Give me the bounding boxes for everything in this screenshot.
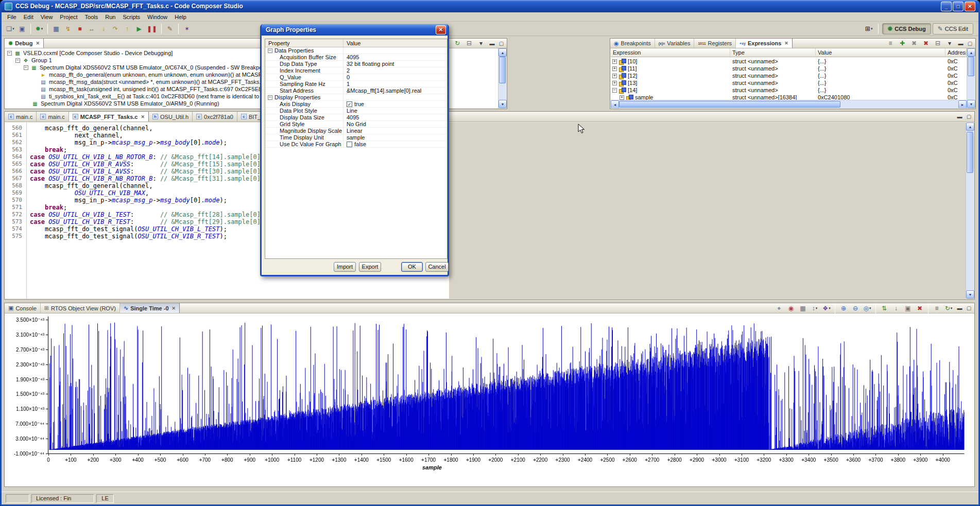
title-bar[interactable]: CCS Debug - MCASP_DSP/src/MCASP_FFT_Task… bbox=[2, 0, 978, 12]
scroll-left-icon[interactable]: ◄ bbox=[611, 100, 619, 108]
zoom-in-icon[interactable]: ⊕ bbox=[838, 303, 849, 314]
property-row-axis-display[interactable]: Axis Display✓true bbox=[265, 101, 447, 108]
zoom-fit-icon[interactable]: ◎▾ bbox=[862, 303, 873, 314]
editor-tab-osu-util-h[interactable]: hOSU_Util.h bbox=[149, 112, 193, 121]
collapse-icon[interactable]: − bbox=[24, 65, 28, 70]
step-return-icon[interactable]: ↑ bbox=[122, 23, 133, 34]
scrollbar-thumb[interactable] bbox=[968, 57, 974, 76]
zoom-out-icon[interactable]: ⊖ bbox=[850, 303, 861, 314]
property-row-data-properties[interactable]: −Data Properties bbox=[265, 47, 447, 54]
expression-row[interactable]: +[11]struct <unnamed>{...}0xC bbox=[611, 65, 967, 72]
terminate-icon[interactable]: ■ bbox=[74, 23, 85, 34]
expand-icon[interactable]: + bbox=[612, 74, 617, 78]
expression-row[interactable]: +samplestruct <unnamed>[16384]0xC2401080… bbox=[611, 94, 967, 100]
collapse-icon[interactable]: − bbox=[612, 88, 617, 93]
cancel-button[interactable]: Cancel bbox=[425, 262, 449, 272]
dialog-title-bar[interactable]: Graph Properties ✕ bbox=[262, 24, 448, 36]
collapse-icon[interactable]: − bbox=[268, 48, 272, 53]
minimize-icon[interactable]: _ bbox=[941, 2, 952, 11]
column-header-expression[interactable]: Expression bbox=[611, 48, 730, 57]
column-header-value[interactable]: Value bbox=[816, 48, 945, 57]
connect-target-icon[interactable]: ↔ bbox=[86, 23, 97, 34]
scrollbar-thumb[interactable] bbox=[619, 101, 840, 108]
maximize-view-icon[interactable]: ▢ bbox=[497, 39, 506, 47]
property-value-cell[interactable]: Linear bbox=[343, 128, 447, 134]
expand-icon[interactable]: + bbox=[612, 81, 617, 85]
highlight-icon[interactable]: ✎ bbox=[164, 23, 176, 34]
property-value-cell[interactable]: sample bbox=[343, 134, 447, 141]
tab-breakpoints[interactable]: ◉Breakpoints bbox=[610, 39, 655, 48]
scrollbar-track[interactable] bbox=[498, 57, 506, 100]
editor-scrollbar[interactable]: ▲▼ bbox=[966, 123, 974, 299]
property-value-cell[interactable]: &Mcasp_fft[14].sample[0].real bbox=[343, 88, 447, 94]
column-header-property[interactable]: Property bbox=[265, 39, 343, 47]
close-icon[interactable]: ✕ bbox=[36, 41, 40, 46]
minimize-view-icon[interactable]: ▬ bbox=[955, 113, 964, 121]
scrollbar-track[interactable] bbox=[966, 131, 974, 290]
property-value-cell[interactable]: false bbox=[343, 141, 447, 147]
property-row-display-properties[interactable]: −Display Properties bbox=[265, 94, 447, 101]
property-row-grid-style[interactable]: Grid StyleNo Grid bbox=[265, 121, 447, 128]
clear-graph-icon[interactable]: ✖ bbox=[914, 303, 925, 314]
property-value-cell[interactable]: 2 bbox=[343, 67, 447, 74]
properties-icon[interactable]: ≡ bbox=[931, 303, 942, 314]
snapshot-icon[interactable]: ▣ bbox=[902, 303, 914, 314]
property-row-acquisition-buffer-size[interactable]: Acquisition Buffer Size4095 bbox=[265, 54, 447, 61]
new-icon[interactable]: ❏▾ bbox=[5, 23, 16, 34]
expression-row[interactable]: +[10]struct <unnamed>{...}0xC bbox=[611, 58, 967, 65]
auto-scale-icon[interactable]: ⇅ bbox=[879, 303, 890, 314]
maximize-icon[interactable]: □ bbox=[953, 2, 964, 11]
property-row-q-value[interactable]: Q_Value0 bbox=[265, 74, 447, 81]
restart-icon[interactable]: ↻ bbox=[452, 38, 463, 49]
scrollbar-track[interactable] bbox=[967, 57, 975, 100]
menu-run[interactable]: Run bbox=[101, 13, 119, 21]
property-value-cell[interactable]: ✓true bbox=[343, 101, 447, 107]
perspective-ccs-debug[interactable]: ✹CCS Debug bbox=[882, 23, 931, 34]
resume-icon[interactable]: ▶ bbox=[133, 23, 145, 34]
property-row-use-dc-value-for-graph[interactable]: Use Dc Value For Graphfalse bbox=[265, 141, 447, 148]
close-icon[interactable]: ✕ bbox=[141, 114, 145, 119]
menu-help[interactable]: Help bbox=[171, 13, 190, 21]
scroll-up-icon[interactable]: ▲ bbox=[498, 48, 507, 57]
minimize-view-icon[interactable]: ▬ bbox=[488, 39, 496, 47]
tab-debug[interactable]: ✹ Debug ✕ bbox=[5, 39, 44, 48]
scroll-up-icon[interactable]: ▲ bbox=[967, 48, 975, 57]
editor-tab-0xc2f781a0[interactable]: c0xc2f781a0 bbox=[193, 112, 237, 121]
column-header-value[interactable]: Value bbox=[343, 39, 447, 47]
view-menu-icon[interactable]: ▾ bbox=[475, 38, 487, 49]
property-value-cell[interactable]: Line bbox=[343, 108, 447, 114]
editor-tab-mcasp-fft-tasks-c[interactable]: cMCASP_FFT_Tasks.c✕ bbox=[69, 112, 149, 121]
close-icon[interactable]: ✕ bbox=[784, 41, 788, 46]
show-types-icon[interactable]: ≡ bbox=[885, 38, 896, 49]
menu-tools[interactable]: Tools bbox=[81, 13, 102, 21]
property-row-dsp-data-type[interactable]: Dsp Data Type32 bit floating point bbox=[265, 61, 447, 67]
tab-console[interactable]: ▣Console bbox=[5, 303, 41, 313]
menu-view[interactable]: View bbox=[37, 13, 57, 21]
scroll-up-icon[interactable]: ▲ bbox=[966, 123, 974, 131]
column-header-address[interactable]: Address bbox=[945, 48, 967, 57]
remove-expression-icon[interactable]: ✖ bbox=[908, 38, 920, 49]
expression-row[interactable]: +[12]struct <unnamed>{...}0xC bbox=[611, 72, 967, 79]
property-row-time-display-unit[interactable]: Time Display Unitsample bbox=[265, 134, 447, 141]
tab-rtos-object-view-rov[interactable]: ⊞RTOS Object View (ROV) bbox=[41, 303, 120, 313]
menu-window[interactable]: Window bbox=[144, 13, 171, 21]
column-header-type[interactable]: Type bbox=[730, 48, 816, 57]
property-value-cell[interactable]: 4095 bbox=[343, 54, 447, 60]
perspective-ccs-edit[interactable]: ✎CCS Edit bbox=[933, 23, 973, 34]
tab-registers[interactable]: 1011Registers bbox=[694, 39, 736, 48]
freeze-icon[interactable]: ▦ bbox=[797, 303, 809, 314]
menu-scripts[interactable]: Scripts bbox=[119, 13, 144, 21]
property-value-cell[interactable]: No Grid bbox=[343, 121, 447, 127]
maximize-view-icon[interactable]: ▢ bbox=[966, 39, 974, 47]
save-icon[interactable]: ▣ bbox=[16, 23, 28, 34]
tab-single-time-0[interactable]: ∿Single Time -0✕ bbox=[120, 303, 180, 313]
expressions-hscrollbar[interactable]: ◄► bbox=[611, 100, 967, 108]
property-value-cell[interactable]: 0 bbox=[343, 74, 447, 80]
scroll-down-icon[interactable]: ▼ bbox=[498, 100, 507, 108]
minimize-view-icon[interactable]: ▬ bbox=[955, 304, 964, 312]
collapse-all-icon[interactable]: ⊟ bbox=[463, 38, 475, 49]
property-value-cell[interactable]: 4095 bbox=[343, 114, 447, 120]
menu-project[interactable]: Project bbox=[56, 13, 81, 21]
close-icon[interactable]: ✕ bbox=[965, 2, 975, 11]
export-data-icon[interactable]: ↓ bbox=[890, 303, 902, 314]
